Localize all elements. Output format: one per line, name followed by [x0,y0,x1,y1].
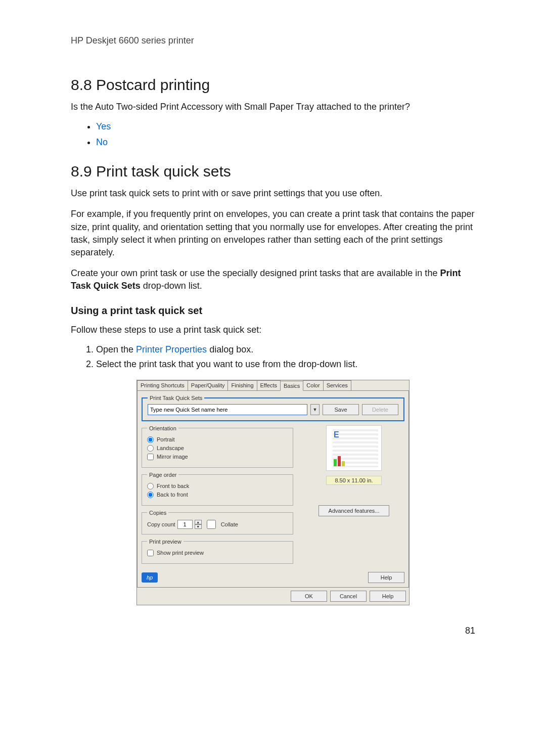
mirror-option[interactable]: Mirror image [147,454,288,460]
mirror-checkbox[interactable] [147,454,154,460]
preview-bars-icon [334,456,345,466]
help-inner-button[interactable]: Help [368,572,404,583]
p3-pre: Create your own print task or use the sp… [71,268,440,278]
ok-button[interactable]: OK [291,591,327,602]
answer-yes-link[interactable]: Yes [96,121,111,131]
preview-e-icon: E [334,430,339,439]
step1-pre: Open the [96,344,136,354]
delete-button[interactable]: Delete [362,404,398,415]
back-to-front-label: Back to front [157,492,188,498]
pageorder-fieldset: Page order Front to back Back to front [142,472,293,506]
using-quickset-heading: Using a print task quick set [71,305,475,317]
copy-count-label: Copy count [147,521,175,527]
follow-steps: Follow these steps to use a print task q… [71,324,475,336]
copies-legend: Copies [147,510,168,516]
page-preview: E [326,425,382,471]
section-8-9-title: 8.9 Print task quick sets [71,163,475,180]
landscape-radio[interactable] [147,445,154,452]
section-8-9-p2: For example, if you frequently print on … [71,208,475,259]
quicksets-legend: Print Task Quick Sets [148,395,204,401]
hp-logo-icon[interactable]: hp [142,572,158,583]
landscape-label: Landscape [157,445,184,451]
section-8-8-question: Is the Auto Two-sided Print Accessory wi… [71,101,475,113]
advanced-features-button[interactable]: Advanced features... [318,505,389,516]
section-8-9-p1: Use print task quick sets to print with … [71,187,475,200]
tab-effects[interactable]: Effects [257,380,281,390]
front-to-back-option[interactable]: Front to back [147,483,288,490]
section-8-8-title: 8.8 Postcard printing [71,76,475,94]
front-to-back-label: Front to back [157,483,189,489]
spin-down-icon[interactable]: ▼ [195,524,202,529]
dialog-tabs: Printing Shortcuts Paper/Quality Finishi… [137,380,409,390]
pageorder-legend: Page order [147,472,178,478]
step1-post: dialog box. [207,344,253,354]
printer-properties-link[interactable]: Printer Properties [136,344,207,354]
tab-services[interactable]: Services [323,380,351,390]
mirror-label: Mirror image [157,454,188,460]
spin-up-icon[interactable]: ▲ [195,520,202,524]
show-preview-checkbox[interactable] [147,550,154,556]
tab-basics[interactable]: Basics [280,381,303,391]
portrait-radio[interactable] [147,436,154,443]
printer-properties-dialog: Printing Shortcuts Paper/Quality Finishi… [136,380,410,605]
cancel-button[interactable]: Cancel [330,591,367,602]
back-to-front-radio[interactable] [147,492,154,498]
page-number: 81 [71,626,475,636]
paper-dimensions: 8.50 x 11.00 in. [326,476,381,485]
orientation-legend: Orientation [147,425,178,431]
printpreview-fieldset: Print preview Show print preview [142,539,293,564]
answer-no-item: No [96,137,475,148]
landscape-option[interactable]: Landscape [147,445,288,452]
printpreview-legend: Print preview [147,539,184,545]
collate-label: Collate [221,521,238,527]
copy-count-input[interactable] [177,520,193,529]
tab-finishing[interactable]: Finishing [228,380,257,390]
help-button[interactable]: Help [370,591,406,602]
show-preview-label: Show print preview [157,550,204,556]
tab-color[interactable]: Color [303,380,323,390]
collate-checkbox[interactable] [204,520,219,529]
copies-fieldset: Copies Copy count ▲ ▼ Collate [142,510,293,535]
document-header: HP Deskjet 6600 series printer [71,35,475,46]
section-8-9-p3: Create your own print task or use the sp… [71,267,475,292]
tab-paper-quality[interactable]: Paper/Quality [188,380,229,390]
portrait-label: Portrait [157,436,174,442]
step-2: Select the print task that you want to u… [96,359,475,370]
answer-no-link[interactable]: No [96,137,108,147]
quickset-dropdown-icon[interactable]: ▼ [310,404,320,415]
quicksets-fieldset: Print Task Quick Sets ▼ Save Delete [142,395,404,421]
quickset-name-input[interactable] [148,404,307,415]
p3-post: drop-down list. [141,281,202,291]
front-to-back-radio[interactable] [147,483,154,490]
portrait-option[interactable]: Portrait [147,436,288,443]
back-to-front-option[interactable]: Back to front [147,492,288,498]
save-button[interactable]: Save [323,404,359,415]
answer-yes-item: Yes [96,121,475,132]
show-preview-option[interactable]: Show print preview [147,550,288,556]
orientation-fieldset: Orientation Portrait Landscape Mirror im… [142,425,293,468]
tab-printing-shortcuts[interactable]: Printing Shortcuts [137,380,188,390]
step-1: Open the Printer Properties dialog box. [96,344,475,355]
